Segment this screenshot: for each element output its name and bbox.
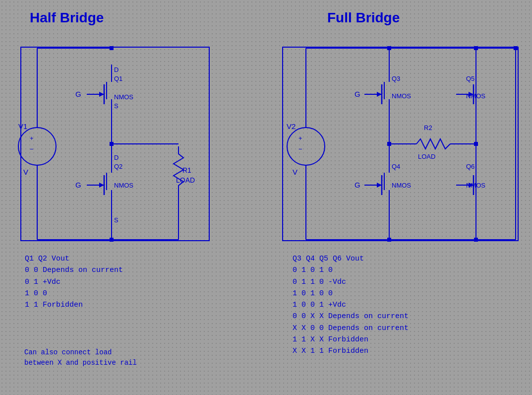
svg-text:V1: V1 xyxy=(18,122,27,131)
full-bridge-row-7: X X 1 1 Forbidden xyxy=(293,345,409,357)
svg-text:Q3: Q3 xyxy=(392,75,400,82)
svg-text:V: V xyxy=(23,168,28,176)
svg-text:G: G xyxy=(355,181,360,189)
svg-text:LOAD: LOAD xyxy=(176,176,195,184)
svg-text:G: G xyxy=(75,181,81,189)
half-bridge-row-3: 1 1 Forbidden xyxy=(25,299,123,311)
svg-text:R1: R1 xyxy=(182,166,191,174)
svg-point-41 xyxy=(287,128,325,165)
half-bridge-row-1: 0 1 +Vdc xyxy=(25,276,123,288)
svg-text:S: S xyxy=(114,216,118,224)
half-bridge-row-2: 1 0 0 xyxy=(25,288,123,299)
svg-point-1 xyxy=(18,128,56,165)
svg-text:NMOS: NMOS xyxy=(392,182,411,189)
full-bridge-row-3: 1 0 0 1 +Vdc xyxy=(293,299,409,311)
svg-rect-90 xyxy=(474,238,478,242)
svg-text:V: V xyxy=(293,168,297,176)
svg-marker-14 xyxy=(99,92,104,97)
note-line-2: between X and positive rail xyxy=(24,358,137,368)
svg-text:+: + xyxy=(298,134,302,142)
svg-rect-70 xyxy=(387,238,391,242)
half-bridge-table-header: Q1 Q2 Vout xyxy=(25,253,123,264)
svg-text:Q5: Q5 xyxy=(466,75,474,82)
svg-rect-21 xyxy=(110,46,114,50)
svg-text:Q2: Q2 xyxy=(114,163,122,170)
full-bridge-row-2: 1 0 1 0 0 xyxy=(293,288,409,299)
svg-text:V2: V2 xyxy=(287,122,296,131)
svg-text:G: G xyxy=(75,90,81,98)
svg-rect-59 xyxy=(387,46,391,50)
svg-marker-26 xyxy=(99,183,104,188)
svg-marker-64 xyxy=(377,183,382,188)
svg-text:Q1: Q1 xyxy=(114,75,122,82)
full-bridge-row-6: 1 1 X X Forbidden xyxy=(293,334,409,345)
svg-text:−: − xyxy=(30,145,34,153)
full-bridge-row-1: 0 1 1 0 -Vdc xyxy=(293,276,409,288)
svg-text:NMOS: NMOS xyxy=(114,93,133,101)
svg-text:−: − xyxy=(298,145,302,153)
svg-text:G: G xyxy=(355,90,360,98)
note-text: Can also connect load between X and posi… xyxy=(24,347,137,368)
full-bridge-table-header: Q3 Q4 Q5 Q6 Vout xyxy=(293,253,409,264)
svg-rect-96 xyxy=(514,46,518,50)
svg-text:LOAD: LOAD xyxy=(418,153,435,160)
half-bridge-table: Q1 Q2 Vout 0 0 Depends on current 0 1 +V… xyxy=(25,253,123,311)
full-bridge-row-0: 0 1 0 1 0 xyxy=(293,264,409,276)
svg-marker-54 xyxy=(377,92,382,97)
circuit-diagram: + − V V1 G D Q1 NMOS S G D Q2 NMOS S xyxy=(0,0,532,395)
svg-text:D: D xyxy=(114,154,118,161)
svg-rect-80 xyxy=(474,46,478,50)
full-bridge-table: Q3 Q4 Q5 Q6 Vout 0 1 0 1 0 0 1 1 0 -Vdc … xyxy=(293,253,409,357)
svg-text:Q4: Q4 xyxy=(392,163,400,170)
svg-text:Q6: Q6 xyxy=(466,163,474,170)
full-bridge-row-4: 0 0 X X Depends on current xyxy=(293,311,409,322)
full-bridge-row-5: X X 0 0 Depends on current xyxy=(293,323,409,334)
svg-text:S: S xyxy=(114,102,118,110)
svg-text:NMOS: NMOS xyxy=(114,182,133,189)
note-line-1: Can also connect load xyxy=(24,347,137,358)
svg-text:+: + xyxy=(30,134,34,142)
half-bridge-row-0: 0 0 Depends on current xyxy=(25,264,123,276)
svg-text:R2: R2 xyxy=(424,124,432,132)
svg-text:NMOS: NMOS xyxy=(392,92,411,100)
svg-text:D: D xyxy=(114,66,118,73)
